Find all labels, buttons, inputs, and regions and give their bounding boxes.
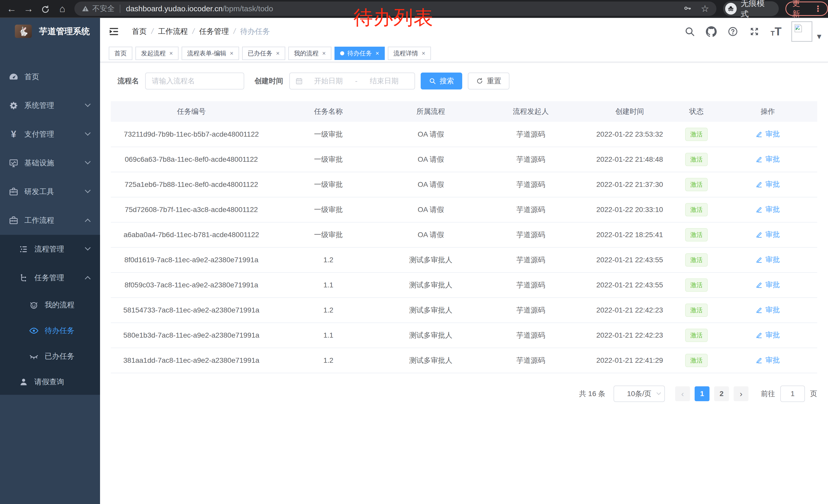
cell-task-id: 58154733-7ac8-11ec-a9e2-a2380e71991a (111, 297, 272, 323)
approve-link[interactable]: 审批 (756, 204, 780, 214)
breadcrumb-item[interactable]: 工作流程 (158, 27, 188, 37)
table-row: 75d72608-7b7f-11ec-a3c8-acde48001122一级审批… (111, 197, 817, 222)
process-name-label: 流程名 (118, 76, 139, 86)
sidebar-menu: 首页系统管理¥支付管理基础设施研发工具工作流程流程管理任务管理我的流程待办任务已… (0, 62, 100, 395)
approve-link[interactable]: 审批 (756, 154, 780, 164)
table-row: 8f0d1619-7ac8-11ec-a9e2-a2380e71991a1.2测… (111, 247, 817, 273)
next-page-button[interactable]: › (734, 386, 748, 401)
tab-todo-tasks[interactable]: 待办任务× (334, 47, 385, 60)
sidebar-item-system-management[interactable]: 系统管理 (0, 91, 100, 120)
table-row: 73211d9d-7b9b-11ec-b5b7-acde48001122一级审批… (111, 122, 817, 147)
help-icon[interactable] (728, 26, 738, 37)
tab-close-icon[interactable]: × (376, 50, 379, 57)
person-icon (18, 377, 29, 387)
avatar-dropdown-caret-icon[interactable]: ▾ (817, 31, 821, 41)
tab-label: 待办任务 (347, 49, 372, 57)
tab-process-form-edit[interactable]: 流程表单-编辑× (181, 47, 239, 60)
refresh-icon (476, 78, 483, 85)
start-date-placeholder[interactable]: 开始日期 (303, 76, 354, 86)
bookmark-star-icon[interactable]: ☆ (701, 3, 709, 14)
sidebar-item-task-management[interactable]: 任务管理 (0, 264, 100, 292)
sidebar-collapse-icon[interactable] (108, 26, 120, 37)
approve-link[interactable]: 审批 (756, 280, 780, 290)
tab-label: 发起流程 (141, 49, 166, 57)
cell-created: 2022-01-22 18:25:41 (585, 222, 675, 247)
tab-close-icon[interactable]: × (169, 50, 173, 57)
search-button[interactable]: 搜索 (421, 73, 462, 89)
cell-process: OA 请假 (385, 222, 477, 247)
sidebar-item-done-task[interactable]: 已办任务 (0, 343, 100, 369)
search-icon[interactable] (685, 26, 695, 37)
security-warning-icon[interactable] (82, 5, 89, 12)
tab-my-process[interactable]: 我的流程× (288, 47, 331, 60)
sidebar-item-leave-query[interactable]: 请假查询 (0, 369, 100, 395)
approve-link[interactable]: 审批 (756, 179, 780, 189)
fullscreen-icon[interactable] (749, 26, 760, 37)
date-range-picker[interactable]: 开始日期 - 结束日期 (289, 73, 415, 89)
tab-close-icon[interactable]: × (322, 50, 326, 57)
update-label[interactable]: 更新 (792, 0, 807, 19)
sidebar-item-todo-task[interactable]: 待办任务 (0, 318, 100, 343)
tab-close-icon[interactable]: × (422, 50, 425, 57)
sidebar-item-dev-tools[interactable]: 研发工具 (0, 177, 100, 206)
tab-home[interactable]: 首页 (109, 47, 132, 60)
sidebar-item-payment-management[interactable]: ¥支付管理 (0, 120, 100, 149)
process-name-input[interactable] (145, 73, 244, 89)
app-logo-row[interactable]: 🐇 芋道管理系统 (0, 18, 100, 45)
breadcrumb-item[interactable]: 任务管理 (199, 27, 229, 37)
browser-menu-icon[interactable]: ⋮ (814, 4, 822, 13)
sidebar-item-home[interactable]: 首页 (0, 62, 100, 91)
face-icon (29, 300, 39, 310)
browser-home-button[interactable]: ⌂ (54, 0, 71, 18)
tab-close-icon[interactable]: × (230, 50, 234, 57)
cell-task-name: 1.2 (272, 348, 385, 373)
prev-page-button[interactable]: ‹ (675, 386, 690, 401)
cell-task-name: 一级审批 (272, 197, 385, 222)
cell-task-name: 1.1 (272, 273, 385, 297)
security-label[interactable]: 不安全 (92, 4, 115, 14)
user-avatar-broken-image[interactable] (791, 21, 812, 42)
chevron-down-icon (657, 391, 661, 395)
url-text[interactable]: dashboard.yudao.iocoder.cn/bpm/task/todo (126, 4, 273, 13)
tab-label: 流程详情 (394, 49, 418, 57)
sidebar-item-workflow[interactable]: 工作流程 (0, 206, 100, 235)
approve-link[interactable]: 审批 (756, 255, 780, 265)
tab-close-icon[interactable]: × (276, 50, 280, 57)
page-button-2[interactable]: 2 (714, 386, 729, 401)
page-size-select[interactable]: 10条/页 (614, 385, 665, 402)
browser-back-button[interactable]: ← (3, 0, 20, 18)
broken-image-icon (793, 23, 803, 33)
approve-link[interactable]: 审批 (756, 305, 780, 315)
tab-done-tasks[interactable]: 已办任务× (242, 47, 285, 60)
browser-update-pill[interactable]: 更新 ⋮ (785, 2, 828, 16)
browser-reload-button[interactable] (37, 0, 54, 18)
app-logo-rabbit-avatar: 🐇 (15, 25, 32, 38)
sidebar-item-my-process[interactable]: 我的流程 (0, 292, 100, 318)
chevron-up-icon (85, 276, 91, 282)
breadcrumb-item[interactable]: 首页 (132, 27, 147, 37)
cell-task-id: 381aa1dd-7ac8-11ec-a9e2-a2380e71991a (111, 348, 272, 373)
approve-link[interactable]: 审批 (756, 129, 780, 139)
approve-link[interactable]: 审批 (756, 230, 780, 239)
tab-process-detail[interactable]: 流程详情× (388, 47, 431, 60)
approve-link[interactable]: 审批 (756, 330, 780, 340)
cell-process: OA 请假 (385, 147, 477, 172)
sidebar-item-process-management[interactable]: 流程管理 (0, 235, 100, 264)
github-icon[interactable] (706, 26, 717, 37)
column-header: 任务编号 (111, 101, 272, 122)
cell-created: 2022-01-21 22:43:55 (585, 273, 675, 297)
cell-task-name: 一级审批 (272, 222, 385, 247)
reset-button[interactable]: 重置 (468, 73, 509, 89)
tab-initiate-process[interactable]: 发起流程× (135, 47, 178, 60)
password-key-icon[interactable] (683, 4, 692, 13)
monitor-icon (8, 158, 19, 168)
page-button-1[interactable]: 1 (695, 386, 709, 401)
browser-forward-button[interactable]: → (20, 0, 37, 18)
main-area: 首页/工作流程/任务管理/待办任务 TT ▾ 首页发起流程×流程表单-编辑×已办… (100, 18, 828, 504)
end-date-placeholder[interactable]: 结束日期 (359, 76, 409, 86)
approve-link[interactable]: 审批 (756, 355, 780, 365)
font-size-icon[interactable]: TT (771, 26, 782, 37)
goto-page-input[interactable] (780, 385, 805, 402)
sidebar-item-infrastructure[interactable]: 基础设施 (0, 149, 100, 177)
cell-task-name: 1.2 (272, 247, 385, 273)
